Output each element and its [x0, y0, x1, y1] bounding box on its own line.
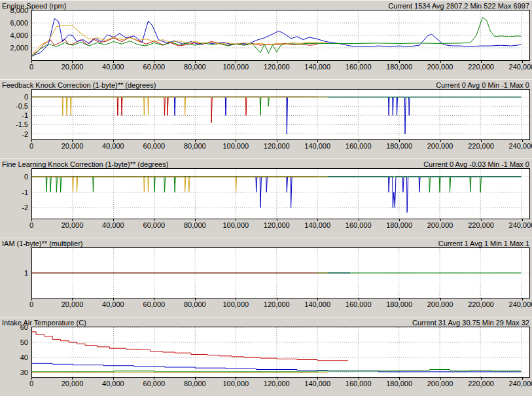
y-tick-label: -2: [22, 204, 28, 211]
chart-canvas-fine-learning-knock[interactable]: [32, 169, 529, 219]
panel-title: IAM (1-byte)** (multiplier): [2, 240, 82, 247]
panel-header: Engine Speed (rpm) Current 1534 Avg 2807…: [0, 0, 532, 10]
chart-panel-feedback-knock: Feedback Knock Correction (1-byte)** (de…: [0, 79, 532, 158]
plot-area[interactable]: [31, 168, 530, 219]
x-tick-label: 40,000: [102, 221, 124, 229]
x-tick-label: 180,000: [386, 63, 412, 71]
x-axis-labels: 020,00040,00060,00080,000100,000120,0001…: [31, 140, 530, 150]
plot-row: 30405060: [31, 327, 530, 378]
x-tick-label: 40,000: [102, 380, 124, 387]
y-tick-label: 2,000: [10, 44, 28, 52]
x-tick-label: 180,000: [386, 221, 412, 229]
y-tick-label: -1: [22, 189, 28, 196]
x-tick-label: 120,000: [264, 221, 290, 229]
x-tick-label: 80,000: [184, 300, 206, 308]
x-tick-label: 180,000: [386, 142, 412, 150]
y-tick-label: 1: [24, 269, 28, 277]
x-tick-label: 40,000: [102, 300, 124, 308]
x-tick-label: 220,000: [468, 142, 494, 150]
x-tick-label: 100,000: [222, 380, 249, 387]
chart-canvas-intake-air-temp[interactable]: [32, 327, 529, 377]
plot-area[interactable]: [31, 247, 530, 298]
x-tick-label: 0: [29, 300, 33, 308]
x-tick-label: 20,000: [62, 142, 84, 150]
y-tick-label: -0.5: [16, 102, 28, 110]
plot-area[interactable]: [31, 10, 530, 61]
x-tick-label: 60,000: [143, 380, 166, 387]
chart-panel-fine-learning-knock: Fine Learning Knock Correction (1-byte)*…: [0, 158, 532, 238]
x-tick-label: 0: [29, 380, 33, 387]
x-tick-label: 60,000: [143, 300, 166, 308]
chart-panel-iam: IAM (1-byte)** (multiplier) Current 1 Av…: [0, 238, 532, 317]
x-axis-labels: 020,00040,00060,00080,000100,000120,0001…: [31, 298, 530, 308]
chart-canvas-feedback-knock[interactable]: [32, 90, 529, 139]
x-tick-label: 100,000: [222, 142, 249, 150]
x-tick-label: 40,000: [102, 142, 124, 150]
panel-header: Fine Learning Knock Correction (1-byte)*…: [0, 158, 532, 168]
x-axis-labels: 020,00040,00060,00080,000100,000120,0001…: [31, 378, 530, 387]
x-tick-label: 200,000: [427, 142, 453, 150]
x-tick-label: 240,000: [509, 63, 532, 71]
panel-stats: Current 31 Avg 30.75 Min 29 Max 32: [412, 319, 529, 327]
x-tick-label: 180,000: [386, 300, 412, 308]
y-tick-label: -2: [22, 130, 28, 138]
x-tick-label: 220,000: [468, 63, 494, 71]
x-tick-label: 140,000: [304, 63, 330, 71]
x-tick-label: 220,000: [468, 300, 494, 308]
panel-stats: Current 1534 Avg 2807.2 Min 522 Max 6997: [388, 2, 529, 10]
x-tick-label: 20,000: [62, 380, 84, 387]
x-tick-label: 220,000: [468, 221, 494, 229]
x-tick-label: 240,000: [509, 380, 532, 387]
x-tick-label: 80,000: [184, 63, 206, 71]
plot-row: 0-1-2: [31, 168, 530, 219]
panel-stats: Current 0 Avg -0.03 Min -1 Max 0: [423, 160, 529, 168]
x-tick-label: 80,000: [184, 380, 206, 387]
panel-title: Feedback Knock Correction (1-byte)** (de…: [2, 81, 156, 89]
x-tick-label: 160,000: [346, 380, 372, 387]
x-tick-label: 120,000: [264, 380, 290, 387]
x-tick-label: 40,000: [102, 63, 124, 71]
y-tick-label: 60: [20, 323, 28, 331]
x-axis-labels: 020,00040,00060,00080,000100,000120,0001…: [31, 219, 530, 229]
y-axis-labels: 0-1-2: [0, 168, 31, 219]
x-tick-label: 20,000: [62, 300, 84, 308]
plot-row: 1: [31, 247, 530, 298]
y-tick-label: 8,000: [10, 7, 28, 14]
x-tick-label: 20,000: [62, 63, 84, 71]
x-tick-label: 80,000: [184, 142, 206, 150]
x-tick-label: 140,000: [304, 142, 330, 150]
plot-row: 0-0.5-1-1.5-2: [31, 89, 530, 140]
y-tick-label: 6,000: [10, 19, 28, 27]
x-tick-label: 240,000: [509, 142, 532, 150]
y-axis-labels: 1: [0, 247, 31, 298]
x-tick-label: 80,000: [184, 221, 206, 229]
panel-stats: Current 0 Avg 0 Min -1 Max 0: [436, 81, 529, 89]
y-tick-label: 30: [20, 369, 28, 376]
y-axis-labels: 30405060: [0, 327, 31, 378]
x-tick-label: 140,000: [304, 380, 330, 387]
panel-stats: Current 1 Avg 1 Min 1 Max 1: [438, 240, 529, 247]
x-tick-label: 60,000: [143, 142, 166, 150]
y-tick-label: 50: [20, 338, 28, 346]
x-tick-label: 0: [29, 142, 33, 150]
y-axis-labels: 0-0.5-1-1.5-2: [0, 89, 31, 140]
x-tick-label: 140,000: [304, 221, 330, 229]
plot-area[interactable]: [31, 89, 530, 140]
chart-canvas-engine-speed[interactable]: [32, 10, 529, 60]
x-tick-label: 200,000: [427, 380, 453, 387]
plot-area[interactable]: [31, 327, 530, 378]
panel-header: IAM (1-byte)** (multiplier) Current 1 Av…: [0, 238, 532, 247]
chart-canvas-iam[interactable]: [32, 248, 529, 298]
x-tick-label: 20,000: [62, 221, 84, 229]
x-tick-label: 160,000: [346, 300, 372, 308]
x-tick-label: 160,000: [346, 142, 372, 150]
x-tick-label: 200,000: [427, 63, 453, 71]
y-tick-label: -1: [22, 111, 28, 119]
x-tick-label: 0: [29, 221, 33, 229]
x-tick-label: 240,000: [509, 300, 532, 308]
x-tick-label: 160,000: [346, 221, 372, 229]
y-tick-label: -1.5: [16, 120, 28, 128]
x-tick-label: 120,000: [264, 142, 290, 150]
x-axis-labels: 020,00040,00060,00080,000100,000120,0001…: [31, 61, 530, 71]
y-tick-label: 0: [24, 173, 28, 181]
